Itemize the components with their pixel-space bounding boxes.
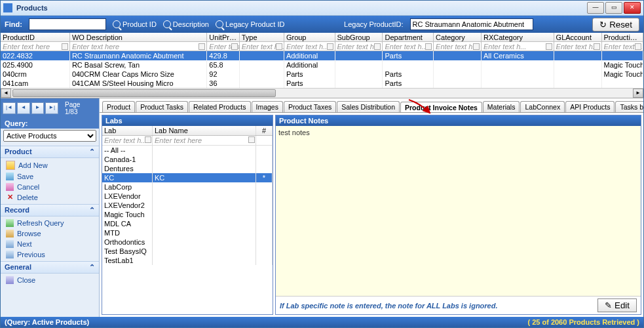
tab-product-taxes[interactable]: Product Taxes — [284, 101, 336, 112]
action-close[interactable]: Close — [1, 275, 99, 285]
lab-row[interactable]: Magic Touch — [102, 210, 273, 219]
find-by-legacy[interactable]: Legacy Product ID — [216, 20, 285, 28]
grid-filter-category[interactable]: Enter text h... — [434, 42, 482, 51]
grid-filter-rxcategory[interactable]: Enter text h... — [482, 42, 554, 51]
lab-row[interactable]: Orthodontics — [102, 237, 273, 247]
action-cancel[interactable]: Cancel — [1, 182, 99, 192]
tab-product-invoice-notes[interactable]: Product Invoice Notes — [400, 102, 482, 113]
find-by-description[interactable]: Description — [163, 20, 209, 28]
grid-header-group[interactable]: Group — [284, 33, 335, 42]
cancel-icon — [6, 183, 14, 191]
action-add-new[interactable]: Add New — [1, 159, 99, 171]
nav-first-button[interactable]: |◄ — [3, 102, 16, 114]
lab-row[interactable]: KCKC* — [102, 173, 273, 182]
action-save[interactable]: Save — [1, 171, 99, 182]
lab-row[interactable]: Test BasysIQ — [102, 247, 273, 256]
window-title: Products — [16, 4, 587, 12]
action-delete[interactable]: ✕Delete — [1, 192, 99, 203]
grid-header-productid[interactable]: ProductID — [1, 33, 70, 42]
lab-filter-name[interactable]: Enter text here — [153, 136, 256, 145]
table-row[interactable]: 025.4900RC Basal Screw, Tan65.8Additiona… — [1, 60, 643, 70]
table-row[interactable]: 040crm040CRM Clear Caps Micro Size92Part… — [1, 70, 643, 79]
grid-header-subgroup[interactable]: SubGroup — [335, 33, 383, 42]
tab-materials[interactable]: Materials — [483, 101, 520, 112]
panel-product-header[interactable]: Product⌃ — [1, 146, 99, 158]
grid-header-department[interactable]: Department — [383, 33, 434, 42]
grid-filter-subgroup[interactable]: Enter text h... — [335, 42, 383, 51]
grid-filter-group[interactable]: Enter text h... — [284, 42, 335, 51]
action-next[interactable]: Next — [1, 239, 99, 249]
lab-row[interactable]: LXEVendor2 — [102, 201, 273, 210]
grid-filter-row[interactable]: Enter text hereEnter text hereEnter text… — [1, 42, 643, 51]
lab-row[interactable]: LabCorp — [102, 182, 273, 192]
scroll-right-button[interactable]: ► — [633, 89, 643, 98]
tab-product-tasks[interactable]: Product Tasks — [136, 101, 188, 112]
minimize-button[interactable]: — — [587, 2, 604, 14]
lab-row[interactable]: Dentures — [102, 164, 273, 173]
reset-button[interactable]: ↻Reset — [592, 18, 639, 31]
panel-record-header[interactable]: Record⌃ — [1, 204, 99, 216]
tab-related-products[interactable]: Related Products — [189, 101, 251, 112]
action-refresh-query[interactable]: Refresh Query — [1, 218, 99, 228]
grid-filter-glaccount[interactable]: Enter text h... — [554, 42, 602, 51]
find-input[interactable] — [29, 18, 106, 30]
edit-button[interactable]: ✎Edit — [597, 298, 637, 312]
grid-header-type[interactable]: Type — [240, 33, 284, 42]
grid-header-wo description[interactable]: WO Description — [70, 33, 207, 42]
query-select[interactable]: Active Products — [3, 130, 96, 142]
tab-product[interactable]: Product — [102, 101, 135, 112]
close-icon — [6, 276, 14, 284]
grid-header-rxcategory[interactable]: RXCategory — [482, 33, 554, 42]
panel-product-body: Add NewSaveCancel✕Delete — [1, 158, 99, 204]
grid-header-category[interactable]: Category — [434, 33, 482, 42]
grid-filter-productid[interactable]: Enter text here — [1, 42, 70, 51]
close-button[interactable]: ✕ — [624, 2, 641, 14]
lab-filter-lab[interactable]: Enter text h... — [102, 136, 153, 145]
lab-row[interactable]: Canada-1 — [102, 155, 273, 164]
grid-filter-department[interactable]: Enter text h... — [383, 42, 434, 51]
tab-images[interactable]: Images — [252, 101, 283, 112]
panel-general-header[interactable]: General⌃ — [1, 261, 99, 274]
tab-tasks-by-employees[interactable]: Tasks by Employees — [615, 101, 643, 112]
lab-col-lab[interactable]: Lab — [102, 126, 153, 135]
lab-row[interactable]: MDL CA — [102, 219, 273, 228]
search-icon — [216, 20, 223, 28]
grid-header-productionlab[interactable]: ProductionLab — [602, 33, 644, 42]
tab-content: Labs Lab Lab Name # Enter text h... Ente… — [100, 113, 643, 317]
nav-last-button[interactable]: ►| — [45, 102, 58, 114]
grid-h-scrollbar[interactable]: ◄ ► — [1, 88, 643, 98]
lab-row[interactable]: MTD — [102, 228, 273, 237]
maximize-button[interactable]: ▭ — [605, 2, 622, 14]
grid-filter-unitprice[interactable]: Enter text h... — [207, 42, 239, 51]
app-icon — [3, 3, 12, 12]
add-new-icon — [6, 161, 15, 170]
grid-header-glaccount[interactable]: GLAccount — [554, 33, 602, 42]
table-row[interactable]: 041cam041CAM S/Steel Housing Micro36Part… — [1, 79, 643, 88]
tab-labconnex[interactable]: LabConnex — [520, 101, 565, 112]
scroll-thumb[interactable] — [12, 89, 276, 97]
grid-filter-productionlab[interactable]: Enter text h... — [602, 42, 644, 51]
nav-next-button[interactable]: ► — [31, 102, 45, 114]
lab-row[interactable]: -- All -- — [102, 146, 273, 155]
lab-row[interactable]: LXEVendor — [102, 192, 273, 201]
nav-prev-button[interactable]: ◄ — [17, 102, 30, 114]
product-notes-text[interactable]: test notes — [276, 126, 641, 296]
lab-row[interactable]: TestLab1 — [102, 256, 273, 265]
table-row[interactable]: 022.4832RC Straumann Anatomic Abutment42… — [1, 51, 643, 60]
action-browse[interactable]: Browse — [1, 228, 99, 239]
find-by-productid[interactable]: Product ID — [113, 20, 157, 28]
scroll-left-button[interactable]: ◄ — [1, 89, 11, 98]
next-icon — [6, 240, 14, 248]
lab-col-name[interactable]: Lab Name — [153, 126, 256, 135]
grid-filter-type[interactable]: Enter text h... — [240, 42, 284, 51]
tab-api-products[interactable]: API Products — [565, 101, 615, 112]
grid-filter-wo description[interactable]: Enter text here — [70, 42, 207, 51]
record-nav: |◄ ◄ ► ►| Page 1/83 — [1, 98, 99, 118]
action-previous[interactable]: Previous — [1, 249, 99, 260]
legacy-productid-input[interactable] — [410, 18, 533, 30]
labs-filter-row[interactable]: Enter text h... Enter text here — [102, 136, 273, 146]
tab-sales-distribution[interactable]: Sales Distribution — [337, 101, 400, 112]
lab-col-count[interactable]: # — [256, 126, 273, 135]
grid-header-unitprice[interactable]: UnitPrice — [207, 33, 239, 42]
lab-filter-count[interactable] — [256, 136, 273, 145]
